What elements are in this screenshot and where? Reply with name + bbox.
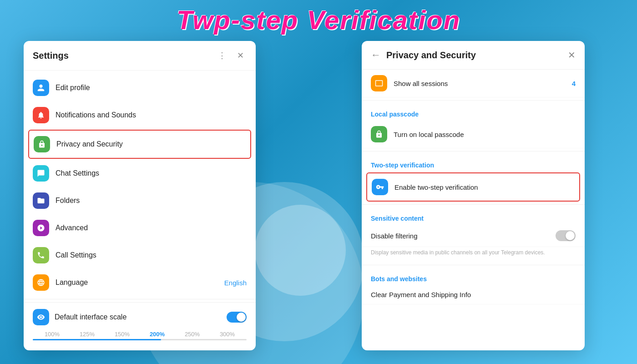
chat-icon xyxy=(33,165,49,182)
privacy-close-button[interactable]: ✕ xyxy=(568,50,576,61)
settings-divider xyxy=(24,299,256,299)
settings-item-notifications[interactable]: Notifications and Sounds xyxy=(24,101,256,129)
settings-header: Settings ⋮ ✕ xyxy=(24,41,256,71)
settings-item-call[interactable]: Call Settings xyxy=(24,242,256,269)
scale-tick-300: 300% xyxy=(210,331,245,338)
language-value: English xyxy=(224,279,247,287)
settings-item-privacy[interactable]: Privacy and Security xyxy=(28,130,251,159)
privacy-label: Privacy and Security xyxy=(56,140,246,148)
advanced-icon xyxy=(33,220,49,236)
privacy-item-clear-payment[interactable]: Clear Payment and Shipping Info xyxy=(362,285,585,304)
scale-row: Default interface scale xyxy=(33,309,247,325)
scale-toggle[interactable] xyxy=(227,312,247,323)
sensitive-content-header: Sensitive content xyxy=(362,207,585,225)
sensitive-sub-text: Display sensitive media in public channe… xyxy=(362,247,585,262)
privacy-list: Show all sessions 4 Local passcode Turn … xyxy=(362,70,585,350)
clear-payment-label: Clear Payment and Shipping Info xyxy=(371,291,576,298)
scale-label-container: Default interface scale xyxy=(33,309,126,325)
privacy-icon xyxy=(34,136,50,152)
settings-list: Edit profile Notifications and Sounds Pr… xyxy=(24,71,256,348)
page-title: Twp-step Verification xyxy=(0,5,637,35)
settings-title: Settings xyxy=(33,51,69,61)
scale-tick-200[interactable]: 200% xyxy=(140,331,175,338)
folders-label: Folders xyxy=(56,197,247,205)
sessions-icon xyxy=(371,75,387,91)
sessions-badge: 4 xyxy=(572,80,576,87)
passcode-icon xyxy=(371,126,387,142)
privacy-divider-4 xyxy=(362,265,585,265)
two-step-icon xyxy=(372,179,388,195)
language-icon xyxy=(33,274,49,291)
settings-item-language[interactable]: Language English xyxy=(24,269,256,296)
scale-tick-125: 125% xyxy=(70,331,105,338)
edit-profile-label: Edit profile xyxy=(56,84,247,92)
settings-item-edit-profile[interactable]: Edit profile xyxy=(24,74,256,101)
privacy-divider-1 xyxy=(362,100,585,101)
privacy-panel: ← Privacy and Security ✕ Show all sessio… xyxy=(362,41,585,350)
privacy-divider-2 xyxy=(362,151,585,152)
scale-ticks: 100% 125% 150% 200% 250% 300% xyxy=(33,331,247,338)
sessions-label: Show all sessions xyxy=(394,80,566,87)
settings-close-button[interactable]: ✕ xyxy=(234,49,247,62)
call-icon xyxy=(33,247,49,263)
passcode-label: Turn on local passcode xyxy=(394,131,576,138)
sensitive-toggle[interactable] xyxy=(556,230,576,241)
scale-tick-150: 150% xyxy=(105,331,140,338)
scale-label-text: Default interface scale xyxy=(55,313,126,321)
scale-tick-100: 100% xyxy=(35,331,70,338)
privacy-item-passcode[interactable]: Turn on local passcode xyxy=(362,121,585,148)
settings-header-icons: ⋮ ✕ xyxy=(216,49,247,62)
language-label: Language xyxy=(56,278,218,287)
privacy-title: Privacy and Security xyxy=(386,50,562,61)
local-passcode-header: Local passcode xyxy=(362,103,585,121)
notifications-label: Notifications and Sounds xyxy=(56,111,247,119)
bots-websites-header: Bots and websites xyxy=(362,268,585,285)
settings-item-chat[interactable]: Chat Settings xyxy=(24,160,256,187)
scale-fill xyxy=(33,339,161,340)
scale-section: Default interface scale 100% 125% 150% 2… xyxy=(24,302,256,344)
privacy-divider-3 xyxy=(362,204,585,205)
chat-label: Chat Settings xyxy=(56,169,247,177)
two-step-header: Two-step verification xyxy=(362,154,585,172)
settings-item-folders[interactable]: Folders xyxy=(24,187,256,214)
settings-more-button[interactable]: ⋮ xyxy=(216,49,228,62)
folders-icon xyxy=(33,192,49,209)
privacy-back-button[interactable]: ← xyxy=(371,49,381,61)
settings-panel: Settings ⋮ ✕ Edit profile Notifications … xyxy=(24,41,256,350)
bg-decoration-3 xyxy=(255,205,346,296)
call-label: Call Settings xyxy=(56,251,247,259)
privacy-header: ← Privacy and Security ✕ xyxy=(362,41,585,70)
edit-profile-icon xyxy=(33,80,49,96)
settings-item-advanced[interactable]: Advanced xyxy=(24,214,256,242)
notifications-icon xyxy=(33,107,49,123)
two-step-label: Enable two-step verification xyxy=(394,183,575,191)
privacy-item-sessions[interactable]: Show all sessions 4 xyxy=(362,70,585,97)
privacy-item-sensitive[interactable]: Disable filtering xyxy=(362,225,585,247)
scale-icon xyxy=(33,309,49,325)
advanced-label: Advanced xyxy=(56,224,247,232)
sensitive-label: Disable filtering xyxy=(371,232,549,240)
privacy-item-two-step[interactable]: Enable two-step verification xyxy=(366,172,580,202)
scale-tick-250: 250% xyxy=(175,331,210,338)
